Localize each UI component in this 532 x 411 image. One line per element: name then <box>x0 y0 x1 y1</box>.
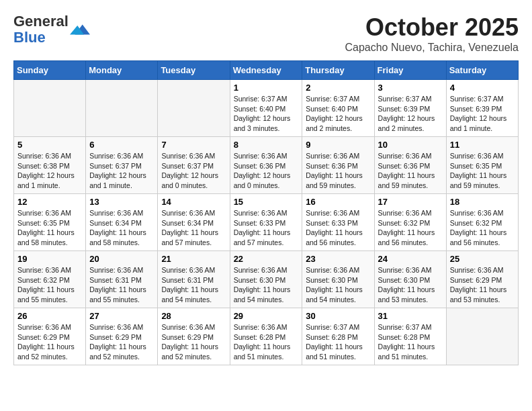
day-number: 24 <box>378 254 443 264</box>
calendar-cell: 13Sunrise: 6:36 AM Sunset: 6:34 PM Dayli… <box>86 194 158 251</box>
calendar-cell: 19Sunrise: 6:36 AM Sunset: 6:32 PM Dayli… <box>14 251 86 308</box>
calendar-cell: 16Sunrise: 6:36 AM Sunset: 6:33 PM Dayli… <box>302 194 374 251</box>
day-info: Sunrise: 6:36 AM Sunset: 6:37 PM Dayligh… <box>89 151 154 191</box>
logo-blue-text: Blue <box>13 29 46 46</box>
day-info: Sunrise: 6:36 AM Sunset: 6:36 PM Dayligh… <box>234 151 299 191</box>
day-info: Sunrise: 6:36 AM Sunset: 6:37 PM Dayligh… <box>161 151 226 191</box>
title-block: October 2025 Capacho Nuevo, Tachira, Ven… <box>345 13 519 54</box>
day-info: Sunrise: 6:36 AM Sunset: 6:36 PM Dayligh… <box>306 151 370 191</box>
day-info: Sunrise: 6:36 AM Sunset: 6:30 PM Dayligh… <box>234 265 299 305</box>
day-info: Sunrise: 6:36 AM Sunset: 6:34 PM Dayligh… <box>89 208 154 248</box>
logo-icon <box>70 19 90 40</box>
day-info: Sunrise: 6:36 AM Sunset: 6:38 PM Dayligh… <box>17 151 82 191</box>
day-info: Sunrise: 6:36 AM Sunset: 6:31 PM Dayligh… <box>161 265 226 305</box>
page-header: General Blue October 2025 Capacho Nuevo,… <box>13 13 519 54</box>
day-number: 28 <box>161 311 226 321</box>
day-number: 16 <box>306 197 370 207</box>
calendar-cell: 28Sunrise: 6:36 AM Sunset: 6:29 PM Dayli… <box>158 308 230 365</box>
day-info: Sunrise: 6:37 AM Sunset: 6:28 PM Dayligh… <box>306 322 370 362</box>
day-info: Sunrise: 6:37 AM Sunset: 6:28 PM Dayligh… <box>378 322 443 362</box>
calendar-cell: 26Sunrise: 6:36 AM Sunset: 6:29 PM Dayli… <box>14 308 86 365</box>
calendar-cell: 29Sunrise: 6:36 AM Sunset: 6:28 PM Dayli… <box>230 308 302 365</box>
day-number: 9 <box>306 140 370 150</box>
week-row-5: 26Sunrise: 6:36 AM Sunset: 6:29 PM Dayli… <box>14 308 519 365</box>
day-number: 25 <box>450 254 515 264</box>
day-number: 14 <box>161 197 226 207</box>
calendar-cell: 5Sunrise: 6:36 AM Sunset: 6:38 PM Daylig… <box>14 137 86 194</box>
calendar-cell: 2Sunrise: 6:37 AM Sunset: 6:40 PM Daylig… <box>302 80 374 137</box>
calendar-cell: 21Sunrise: 6:36 AM Sunset: 6:31 PM Dayli… <box>158 251 230 308</box>
calendar-cell: 24Sunrise: 6:36 AM Sunset: 6:30 PM Dayli… <box>374 251 446 308</box>
day-info: Sunrise: 6:36 AM Sunset: 6:34 PM Dayligh… <box>161 208 226 248</box>
calendar-cell: 10Sunrise: 6:36 AM Sunset: 6:36 PM Dayli… <box>374 137 446 194</box>
calendar-cell <box>86 80 158 137</box>
calendar-cell: 11Sunrise: 6:36 AM Sunset: 6:35 PM Dayli… <box>446 137 518 194</box>
day-info: Sunrise: 6:37 AM Sunset: 6:39 PM Dayligh… <box>450 94 515 134</box>
day-number: 17 <box>378 197 443 207</box>
week-row-2: 5Sunrise: 6:36 AM Sunset: 6:38 PM Daylig… <box>14 137 519 194</box>
day-number: 4 <box>450 83 515 93</box>
day-number: 7 <box>161 140 226 150</box>
day-info: Sunrise: 6:36 AM Sunset: 6:35 PM Dayligh… <box>450 151 515 191</box>
day-info: Sunrise: 6:37 AM Sunset: 6:40 PM Dayligh… <box>234 94 299 134</box>
calendar-cell: 23Sunrise: 6:36 AM Sunset: 6:30 PM Dayli… <box>302 251 374 308</box>
day-info: Sunrise: 6:36 AM Sunset: 6:29 PM Dayligh… <box>450 265 515 305</box>
calendar-cell: 14Sunrise: 6:36 AM Sunset: 6:34 PM Dayli… <box>158 194 230 251</box>
month-title: October 2025 <box>345 13 519 42</box>
logo-general-text: General <box>13 13 69 30</box>
calendar-cell: 12Sunrise: 6:36 AM Sunset: 6:35 PM Dayli… <box>14 194 86 251</box>
day-number: 5 <box>17 140 82 150</box>
day-number: 13 <box>89 197 154 207</box>
day-number: 10 <box>378 140 443 150</box>
day-number: 18 <box>450 197 515 207</box>
calendar-table: SundayMondayTuesdayWednesdayThursdayFrid… <box>13 60 519 365</box>
calendar-cell: 3Sunrise: 6:37 AM Sunset: 6:39 PM Daylig… <box>374 80 446 137</box>
day-info: Sunrise: 6:37 AM Sunset: 6:40 PM Dayligh… <box>306 94 370 134</box>
day-info: Sunrise: 6:36 AM Sunset: 6:29 PM Dayligh… <box>161 322 226 362</box>
day-info: Sunrise: 6:36 AM Sunset: 6:30 PM Dayligh… <box>378 265 443 305</box>
calendar-header-row: SundayMondayTuesdayWednesdayThursdayFrid… <box>14 61 519 80</box>
week-row-4: 19Sunrise: 6:36 AM Sunset: 6:32 PM Dayli… <box>14 251 519 308</box>
day-info: Sunrise: 6:36 AM Sunset: 6:32 PM Dayligh… <box>378 208 443 248</box>
calendar-cell: 1Sunrise: 6:37 AM Sunset: 6:40 PM Daylig… <box>230 80 302 137</box>
logo: General Blue <box>13 13 90 46</box>
day-number: 12 <box>17 197 82 207</box>
day-header-thursday: Thursday <box>302 61 374 80</box>
day-info: Sunrise: 6:36 AM Sunset: 6:31 PM Dayligh… <box>89 265 154 305</box>
calendar-cell: 30Sunrise: 6:37 AM Sunset: 6:28 PM Dayli… <box>302 308 374 365</box>
day-number: 15 <box>234 197 299 207</box>
day-number: 11 <box>450 140 515 150</box>
week-row-1: 1Sunrise: 6:37 AM Sunset: 6:40 PM Daylig… <box>14 80 519 137</box>
calendar-cell: 9Sunrise: 6:36 AM Sunset: 6:36 PM Daylig… <box>302 137 374 194</box>
week-row-3: 12Sunrise: 6:36 AM Sunset: 6:35 PM Dayli… <box>14 194 519 251</box>
day-header-friday: Friday <box>374 61 446 80</box>
calendar-cell: 25Sunrise: 6:36 AM Sunset: 6:29 PM Dayli… <box>446 251 518 308</box>
calendar-cell: 22Sunrise: 6:36 AM Sunset: 6:30 PM Dayli… <box>230 251 302 308</box>
calendar-cell: 31Sunrise: 6:37 AM Sunset: 6:28 PM Dayli… <box>374 308 446 365</box>
day-header-monday: Monday <box>86 61 158 80</box>
day-number: 23 <box>306 254 370 264</box>
day-header-wednesday: Wednesday <box>230 61 302 80</box>
calendar-cell: 20Sunrise: 6:36 AM Sunset: 6:31 PM Dayli… <box>86 251 158 308</box>
day-number: 19 <box>17 254 82 264</box>
day-info: Sunrise: 6:36 AM Sunset: 6:28 PM Dayligh… <box>234 322 299 362</box>
calendar-cell: 15Sunrise: 6:36 AM Sunset: 6:33 PM Dayli… <box>230 194 302 251</box>
day-info: Sunrise: 6:37 AM Sunset: 6:39 PM Dayligh… <box>378 94 443 134</box>
day-info: Sunrise: 6:36 AM Sunset: 6:35 PM Dayligh… <box>17 208 82 248</box>
day-number: 27 <box>89 311 154 321</box>
calendar-cell: 4Sunrise: 6:37 AM Sunset: 6:39 PM Daylig… <box>446 80 518 137</box>
day-number: 22 <box>234 254 299 264</box>
day-number: 3 <box>378 83 443 93</box>
calendar-cell: 6Sunrise: 6:36 AM Sunset: 6:37 PM Daylig… <box>86 137 158 194</box>
day-number: 29 <box>234 311 299 321</box>
day-info: Sunrise: 6:36 AM Sunset: 6:33 PM Dayligh… <box>306 208 370 248</box>
day-number: 6 <box>89 140 154 150</box>
day-number: 2 <box>306 83 370 93</box>
calendar-cell: 27Sunrise: 6:36 AM Sunset: 6:29 PM Dayli… <box>86 308 158 365</box>
calendar-cell <box>446 308 518 365</box>
day-number: 1 <box>234 83 299 93</box>
day-number: 26 <box>17 311 82 321</box>
calendar-cell <box>14 80 86 137</box>
day-number: 21 <box>161 254 226 264</box>
calendar-cell: 17Sunrise: 6:36 AM Sunset: 6:32 PM Dayli… <box>374 194 446 251</box>
